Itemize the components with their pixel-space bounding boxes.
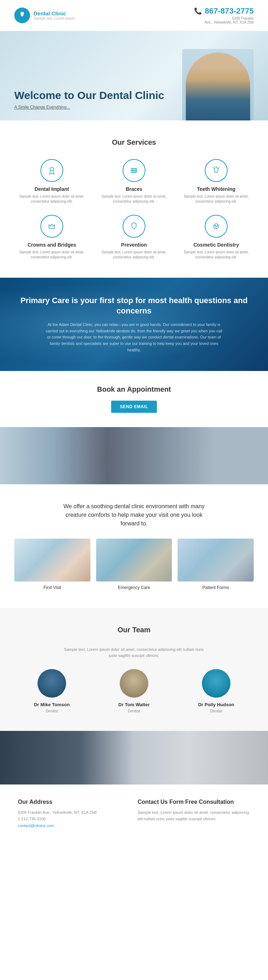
header-address: 5209 Franklin Ave., Yellowknife, NT, X1A… xyxy=(194,16,254,24)
svg-point-11 xyxy=(217,225,217,226)
services-title: Our Services xyxy=(14,138,254,146)
photo-first-visit: First Visit xyxy=(14,539,90,590)
team-member-1: Dr Mike Tomson Dentist xyxy=(14,669,89,713)
member-role-2: Dentist xyxy=(97,709,171,713)
service-desc-1: Sample text. Lorem ipsum dolor sit amet,… xyxy=(14,194,89,204)
patient-forms-image xyxy=(178,539,254,582)
team-section: Our Team Sample text. Lorem ipsum dolor … xyxy=(0,608,268,731)
service-cosmetic: Cosmetic Dentistry Sample text. Lorem ip… xyxy=(179,215,254,260)
svg-point-0 xyxy=(50,167,54,171)
team-member-2: Dr Tom Walter Dentist xyxy=(97,669,171,713)
service-prevention: Prevention Sample text. Lorem ipsum dolo… xyxy=(97,215,171,260)
braces-icon xyxy=(122,159,146,182)
header-phone: 867-873-2775 xyxy=(205,6,254,16)
footer-consult: Contact Us Form Free Consultation Sample… xyxy=(134,799,254,829)
phone-icon: 📞 xyxy=(194,7,202,15)
service-crowns: Crowns and Bridges Sample text. Lorem ip… xyxy=(14,215,89,260)
member-role-1: Dentist xyxy=(14,709,89,713)
member-name-1: Dr Mike Tomson xyxy=(14,702,89,707)
avatar-2 xyxy=(120,669,148,698)
appointment-title: Book an Appointment xyxy=(14,385,254,393)
svg-point-10 xyxy=(215,225,216,226)
svg-point-9 xyxy=(214,224,219,229)
service-braces: Braces Sample text. Lorem ipsum dolor si… xyxy=(97,159,171,204)
team-member-3: Dr Polly Hudson Dentist xyxy=(179,669,254,713)
cosmetic-icon xyxy=(205,215,228,238)
hero-image xyxy=(182,49,254,121)
service-name-1: Dental Implant xyxy=(14,186,89,192)
dental-implant-icon xyxy=(40,159,63,182)
appointment-section: Book an Appointment SEND EMAIL xyxy=(0,371,268,427)
service-dental-implant: Dental Implant Sample text. Lorem ipsum … xyxy=(14,159,89,204)
comfort-section: We offer a soothing dental clinic enviro… xyxy=(0,484,268,608)
services-grid: Dental Implant Sample text. Lorem ipsum … xyxy=(14,159,254,260)
patient-forms-label: Patient Forms xyxy=(178,585,254,590)
whitening-icon xyxy=(205,159,228,182)
logo-block: Dental Clinic Sample text: Lorem ipsum xyxy=(14,8,75,23)
footer-phone: 1 212-736-3100 xyxy=(18,816,130,822)
service-desc-3: Sample text. Lorem ipsum dolor sit amet,… xyxy=(179,194,254,204)
service-desc-5: Sample text. Lorem ipsum dolor sit amet,… xyxy=(97,250,171,260)
svg-line-7 xyxy=(218,167,219,168)
service-teeth-whitening: Teeth Whitening Sample text. Lorem ipsum… xyxy=(179,159,254,204)
primary-care-desc: At the Adam Dental Clinic, you can relax… xyxy=(45,322,224,353)
address-text: 5209 Franklin Ave., Yellowknife, NT, X1A… xyxy=(18,810,130,816)
logo-text: Dental Clinic Sample text: Lorem ipsum xyxy=(33,10,75,21)
team-desc: Sample text. Lorem ipsum dolor sit amet,… xyxy=(62,646,205,658)
service-desc-2: Sample text. Lorem ipsum dolor sit amet,… xyxy=(97,194,171,204)
footer-email[interactable]: contact@clinicp.com xyxy=(18,824,54,828)
crowns-icon xyxy=(40,215,63,238)
consult-title: Contact Us Form Free Consultation xyxy=(138,799,250,805)
contact-block: 📞 867-873-2775 5209 Franklin Ave., Yello… xyxy=(194,6,254,24)
service-name-5: Prevention xyxy=(97,242,171,248)
photos-grid: First Visit Emergency Care Patient Forms xyxy=(14,539,254,590)
tools-overlay xyxy=(0,427,268,484)
site-header: Dental Clinic Sample text: Lorem ipsum 📞… xyxy=(0,0,268,31)
team-grid: Dr Mike Tomson Dentist Dr Tom Walter Den… xyxy=(14,669,254,713)
address-title: Our Address xyxy=(18,799,130,805)
bottom-image xyxy=(0,731,268,784)
tools-image xyxy=(0,427,268,484)
site-footer: Our Address 5209 Franklin Ave., Yellowkn… xyxy=(0,784,268,843)
first-visit-label: First Visit xyxy=(14,585,90,590)
emergency-care-label: Emergency Care xyxy=(96,585,172,590)
primary-care-title: Primary Care is your first stop for most… xyxy=(14,296,254,316)
send-email-button[interactable]: SEND EMAIL xyxy=(111,401,157,413)
service-name-2: Braces xyxy=(97,186,171,192)
service-desc-6: Sample text. Lorem ipsum dolor sit amet,… xyxy=(179,250,254,260)
photo-emergency-care: Emergency Care xyxy=(96,539,172,590)
consult-desc: Sample text. Lorem ipsum dolor sit amet,… xyxy=(138,810,250,822)
service-name-6: Cosmetic Dentistry xyxy=(179,242,254,248)
avatar-1 xyxy=(38,669,66,698)
avatar-3 xyxy=(202,669,230,698)
hero-person xyxy=(186,52,250,121)
logo-icon xyxy=(14,8,30,23)
prevention-icon xyxy=(122,215,146,238)
footer-address: Our Address 5209 Franklin Ave., Yellowkn… xyxy=(14,799,134,829)
first-visit-image xyxy=(14,539,90,582)
team-title: Our Team xyxy=(14,626,254,634)
hero-title: Welcome to Our Dental Clinic xyxy=(14,89,182,102)
comfort-text: We offer a soothing dental clinic enviro… xyxy=(59,502,209,528)
member-role-3: Dentist xyxy=(179,709,254,713)
svg-line-8 xyxy=(213,167,214,168)
primary-care-banner: Primary Care is your first stop for most… xyxy=(0,278,268,371)
emergency-care-image xyxy=(96,539,172,582)
member-name-3: Dr Polly Hudson xyxy=(179,702,254,707)
services-section: Our Services Dental Implant Sample text.… xyxy=(0,121,268,278)
member-name-2: Dr Tom Walter xyxy=(97,702,171,707)
logo-subtitle: Sample text: Lorem ipsum xyxy=(33,16,75,21)
hero-section: Welcome to Our Dental Clinic A Smile Cha… xyxy=(0,31,268,121)
clinic-name: Dental Clinic xyxy=(33,10,75,16)
hero-subtitle: A Smile Change Everything... xyxy=(14,105,182,110)
service-name-3: Teeth Whitening xyxy=(179,186,254,192)
hero-text: Welcome to Our Dental Clinic A Smile Cha… xyxy=(14,89,182,121)
photo-patient-forms: Patient Forms xyxy=(178,539,254,590)
service-desc-4: Sample text. Lorem ipsum dolor sit amet,… xyxy=(14,250,89,260)
service-name-4: Crowns and Bridges xyxy=(14,242,89,248)
